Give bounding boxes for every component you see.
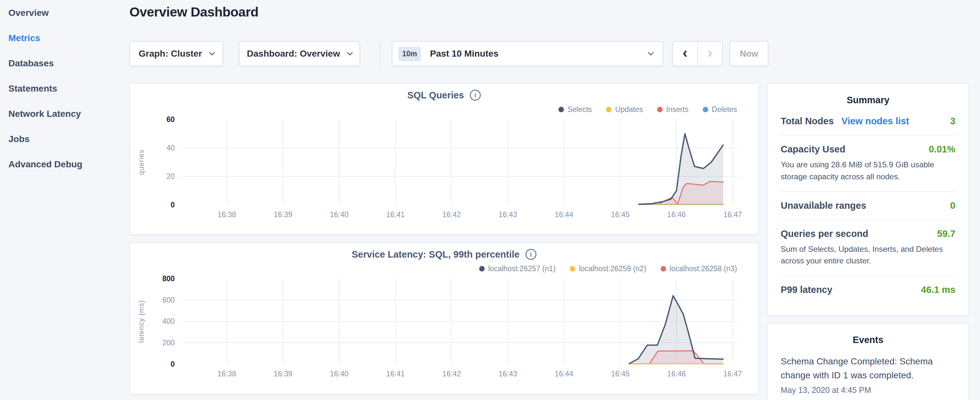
legend-item[interactable]: Updates <box>606 105 643 114</box>
graph-scope-label: Graph: Cluster <box>138 49 202 59</box>
time-step-back-button[interactable]: ‹ <box>673 42 698 66</box>
chevron-down-icon <box>648 49 654 55</box>
nav-list: Overview Metrics Databases Statements Ne… <box>0 0 129 170</box>
sidebar-item-advanced-debug[interactable]: Advanced Debug <box>8 159 129 170</box>
svg-text:latency (ms): latency (ms) <box>137 300 145 343</box>
view-nodes-list-link[interactable]: View nodes list <box>842 116 909 126</box>
summary-row-unavailable-ranges: Unavailable ranges 0 <box>781 191 955 220</box>
service-latency-panel: Service Latency: SQL, 99th percentile i … <box>129 242 759 395</box>
left-nav: Overview Metrics Databases Statements Ne… <box>0 0 129 400</box>
legend-label: localhost:26258 (n3) <box>670 265 737 273</box>
svg-text:16:38: 16:38 <box>217 210 236 219</box>
legend-dot-icon <box>606 107 611 112</box>
svg-text:0: 0 <box>170 201 175 209</box>
svg-text:800: 800 <box>162 275 175 283</box>
events-panel: Events Schema Change Completed: Schema c… <box>767 323 969 400</box>
capacity-description: You are using 28.6 MiB of 515.9 GiB usab… <box>781 159 955 183</box>
total-nodes-label: Total Nodes <box>781 116 834 126</box>
sidebar-item-databases[interactable]: Databases <box>8 58 129 69</box>
summary-row-qps: Queries per second 59.7 Sum of Selects, … <box>781 220 955 276</box>
legend-dot-icon <box>703 107 708 112</box>
legend-label: localhost:26259 (n2) <box>579 265 646 273</box>
svg-text:16:43: 16:43 <box>499 210 517 219</box>
svg-text:16:40: 16:40 <box>330 370 349 378</box>
graph-scope-dropdown[interactable]: Graph: Cluster <box>129 41 223 66</box>
svg-text:40: 40 <box>166 144 175 152</box>
sidebar-item-jobs[interactable]: Jobs <box>8 134 129 144</box>
controls-divider <box>380 41 380 66</box>
chevron-down-icon <box>347 49 353 55</box>
svg-text:600: 600 <box>162 296 175 304</box>
sidebar-item-overview[interactable]: Overview <box>8 8 129 18</box>
legend-item[interactable]: localhost:26258 (n3) <box>661 265 737 273</box>
qps-label: Queries per second <box>781 228 869 239</box>
legend-item[interactable]: Deletes <box>703 105 737 114</box>
legend-label: Selects <box>568 105 592 114</box>
legend-item[interactable]: Inserts <box>657 105 689 114</box>
legend-item[interactable]: localhost:26259 (n2) <box>570 265 646 273</box>
chevron-down-icon <box>209 49 215 55</box>
dashboard-dropdown[interactable]: Dashboard: Overview <box>239 41 360 66</box>
sql-queries-chart[interactable]: 16:3816:3916:4016:4116:4216:4316:4416:45… <box>130 116 758 230</box>
svg-text:16:44: 16:44 <box>555 210 574 219</box>
legend-item[interactable]: Selects <box>558 105 592 114</box>
events-title: Events <box>781 335 955 345</box>
event-timestamp: May 13, 2020 at 4:45 PM <box>781 386 955 395</box>
svg-text:16:46: 16:46 <box>667 370 686 378</box>
sidebar-item-network-latency[interactable]: Network Latency <box>8 109 129 119</box>
info-icon[interactable]: i <box>525 249 536 260</box>
legend-label: localhost:26257 (n1) <box>488 265 555 273</box>
svg-text:16:42: 16:42 <box>442 210 461 219</box>
chart-title: SQL Queries <box>407 90 464 100</box>
svg-text:16:41: 16:41 <box>386 210 405 219</box>
event-list-item[interactable]: Schema Change Completed: Schema change w… <box>781 354 955 395</box>
svg-text:queries: queries <box>137 149 145 175</box>
qps-value: 59.7 <box>937 228 955 239</box>
chart-legend: SelectsUpdatesInsertsDeletes <box>130 103 758 116</box>
svg-text:16:45: 16:45 <box>611 210 630 219</box>
svg-text:16:41: 16:41 <box>386 370 405 378</box>
unavailable-ranges-label: Unavailable ranges <box>781 200 866 211</box>
info-icon[interactable]: i <box>470 90 481 100</box>
summary-row-p99: P99 latency 46.1 ms <box>781 276 955 304</box>
page-title: Overview Dashboard <box>129 5 259 20</box>
summary-row-capacity: Capacity Used 0.01% You are using 28.6 M… <box>781 135 955 191</box>
time-range-select[interactable]: 10m Past 10 Minutes <box>392 41 663 66</box>
now-button[interactable]: Now <box>730 41 768 66</box>
time-range-badge: 10m <box>398 46 421 61</box>
legend-dot-icon <box>657 107 663 112</box>
svg-text:60: 60 <box>166 116 175 124</box>
time-step-buttons: ‹ › <box>672 41 723 66</box>
total-nodes-value: 3 <box>950 116 955 126</box>
p99-latency-label: P99 latency <box>781 284 832 295</box>
p99-latency-value: 46.1 ms <box>921 284 955 295</box>
time-range-label: Past 10 Minutes <box>430 49 649 59</box>
svg-text:16:38: 16:38 <box>217 370 236 378</box>
sql-queries-panel: SQL Queries i SelectsUpdatesInsertsDelet… <box>129 83 759 235</box>
legend-dot-icon <box>479 266 485 271</box>
sidebar-item-metrics[interactable]: Metrics <box>8 33 129 43</box>
legend-label: Updates <box>615 105 643 114</box>
svg-text:16:39: 16:39 <box>274 210 293 219</box>
chart-title: Service Latency: SQL, 99th percentile <box>352 249 520 260</box>
capacity-label: Capacity Used <box>781 144 845 155</box>
summary-panel: Summary Total Nodes View nodes list 3 Ca… <box>767 83 969 316</box>
event-text: Schema Change Completed: Schema change w… <box>781 354 955 382</box>
qps-description: Sum of Selects, Updates, Inserts, and De… <box>781 243 955 267</box>
svg-text:200: 200 <box>162 338 175 347</box>
sidebar-item-statements[interactable]: Statements <box>8 83 129 94</box>
chart-legend: localhost:26257 (n1)localhost:26259 (n2)… <box>130 263 758 275</box>
time-step-forward-button[interactable]: › <box>698 42 722 66</box>
svg-text:16:43: 16:43 <box>499 370 517 378</box>
svg-text:0: 0 <box>170 360 175 368</box>
legend-dot-icon <box>558 107 564 112</box>
svg-text:16:40: 16:40 <box>330 210 349 219</box>
legend-item[interactable]: localhost:26257 (n1) <box>479 265 555 273</box>
svg-text:16:45: 16:45 <box>611 370 630 378</box>
svg-text:16:44: 16:44 <box>555 370 574 378</box>
summary-title: Summary <box>781 95 955 105</box>
service-latency-chart[interactable]: 16:3816:3916:4016:4116:4216:4316:4416:45… <box>130 275 758 390</box>
svg-text:16:47: 16:47 <box>724 370 742 378</box>
svg-text:16:39: 16:39 <box>274 370 293 378</box>
unavailable-ranges-value: 0 <box>950 200 955 211</box>
